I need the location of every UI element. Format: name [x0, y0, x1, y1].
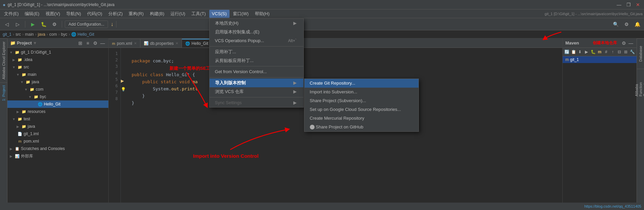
settings-btn[interactable]: ⚙	[622, 20, 631, 29]
restore-btn[interactable]: ❐	[625, 1, 632, 8]
share-github[interactable]: Share Project on GitHub	[304, 123, 419, 131]
separator-1	[210, 46, 303, 47]
vcs-browse-repos[interactable]: 浏览 VCS 仓库 ▶	[210, 87, 303, 96]
maven-run-btn[interactable]: ▶	[584, 49, 589, 55]
run-btn[interactable]: ▶	[28, 20, 37, 29]
maven-collapse-btn[interactable]: ⊟	[616, 49, 622, 55]
tree-pom[interactable]: m pom.xml	[7, 138, 108, 145]
hello-tab-label: Hello_Git	[192, 41, 208, 46]
menu-window[interactable]: 窗口(W)	[230, 10, 251, 18]
tree-com[interactable]: ▼ 📁 com	[7, 86, 108, 93]
tab-pom[interactable]: m pom.xml ✕	[109, 39, 140, 48]
expand-main: ▼	[16, 73, 20, 77]
tree-resources[interactable]: ▶ 📁 resources	[7, 108, 108, 115]
tree-src[interactable]: ▼ 📁 src	[7, 63, 108, 71]
search-btn[interactable]: 🔍	[611, 20, 620, 29]
breadcrumb-com[interactable]: com	[49, 32, 57, 37]
import-subversion[interactable]: Import into Subversion...	[304, 88, 419, 96]
tree-java[interactable]: ▼ 📁 java	[7, 78, 108, 86]
menu-analyze[interactable]: 分析(Z)	[106, 10, 126, 18]
breadcrumb-src[interactable]: src	[16, 32, 21, 37]
create-mercurial[interactable]: Create Mercurial Repository	[304, 114, 419, 123]
title-bar-controls[interactable]: — ❐ ✕	[616, 1, 641, 8]
maven-download-btn[interactable]: ⬇	[577, 49, 583, 55]
tree-main[interactable]: ▼ 📁 main	[7, 71, 108, 78]
vcs-enable-integration[interactable]: 启用版本控制集成...(E)	[210, 28, 303, 36]
db-tab-close[interactable]: ✕	[176, 41, 178, 45]
scratches-label: Scratches and Consoles	[21, 146, 65, 151]
side-tab-bar: Database Alibaba Function Compute	[637, 38, 644, 210]
gear-icon[interactable]: ⚙	[92, 40, 98, 46]
test-java-icon: 📁	[21, 124, 27, 129]
vcs-operations-popup[interactable]: VCS Operations Popup... Alt+`	[210, 36, 303, 45]
menu-help[interactable]: 帮助(H)	[252, 10, 272, 18]
maven-git1-item[interactable]: m git_1	[563, 56, 637, 63]
maven-wrench-btn[interactable]: 🔧	[629, 49, 635, 55]
collapse-btn[interactable]: ≡	[85, 40, 91, 46]
add-configuration-btn[interactable]: Add Configuration...	[65, 21, 108, 28]
vcs-import-vc[interactable]: 导入到版本控制 ▶ Create Git Repository... Impor…	[210, 79, 303, 87]
tree-idea[interactable]: ▶ 📁 .idea	[7, 56, 108, 63]
tree-hello-git[interactable]: 🌐 Hello_Git	[7, 100, 108, 108]
maven-upload-btn[interactable]: ↑	[610, 49, 616, 55]
menu-vcs[interactable]: VCS(S) 本地历史(H) ▶ 启用版本控制集成...(E) VCS Oper…	[209, 10, 230, 18]
tab-db[interactable]: 📊 db.properties ✕	[140, 39, 182, 48]
setup-google-cloud[interactable]: Set up on Google Cloud Source Repositori…	[304, 105, 419, 114]
pom-tab-label: pom.xml	[117, 41, 132, 46]
maven-settings-icon[interactable]: ⚙	[621, 40, 627, 46]
vcs-local-history[interactable]: 本地历史(H) ▶	[210, 19, 303, 28]
back-btn[interactable]: ◁	[2, 20, 11, 29]
forward-btn[interactable]: ▷	[13, 20, 22, 29]
maven-close-icon[interactable]: —	[628, 40, 634, 46]
notification-btn[interactable]: 🔔	[633, 20, 642, 29]
scratches-icon: 📋	[15, 146, 20, 151]
tree-git-iml[interactable]: 📄 git_1.iml	[7, 130, 108, 138]
menu-view[interactable]: 视图(V)	[43, 10, 63, 18]
menu-edit[interactable]: 编辑(E)	[22, 10, 42, 18]
debug-btn[interactable]: 🐛	[39, 20, 48, 29]
menu-code[interactable]: 代码(O)	[84, 10, 105, 18]
tree-test-java[interactable]: ▶ 📁 java	[7, 123, 108, 130]
breadcrumb-root[interactable]: git_1	[3, 32, 11, 37]
pom-tab-close[interactable]: ✕	[134, 41, 137, 45]
breadcrumb-hello-git[interactable]: 🌐 Hello_Git	[71, 32, 94, 37]
tree-root[interactable]: ▼ 📁 git_1 D:\Git\git_1	[7, 49, 108, 56]
status-url[interactable]: https://blog.csdn.net/qq_43511405	[584, 204, 641, 208]
maven-m-btn[interactable]: m	[597, 49, 602, 55]
maven-hash-btn[interactable]: #	[603, 49, 609, 55]
tree-scratches[interactable]: ▶ 📋 Scratches and Consoles	[7, 145, 108, 152]
maven-refresh-btn[interactable]: 🔄	[564, 49, 570, 55]
breadcrumb-java[interactable]: java	[38, 32, 45, 37]
tab-database[interactable]: Database	[637, 38, 644, 69]
menu-navigate[interactable]: 导航(N)	[63, 10, 84, 18]
maven-debug-btn[interactable]: 🐛	[590, 49, 596, 55]
create-git-repo[interactable]: Create Git Repository...	[304, 79, 419, 88]
db-tab-icon: 📊	[144, 41, 149, 46]
maven-expand-btn[interactable]: ⊞	[623, 49, 628, 55]
close-btn[interactable]: ✕	[635, 1, 641, 8]
sidebar-header: 📁 Project ▾ ⊞ ≡ ⚙ —	[7, 38, 108, 48]
menu-build[interactable]: 构建(B)	[147, 10, 167, 18]
share-project-subversion[interactable]: Share Project (Subversion)...	[304, 96, 419, 105]
minimize-icon[interactable]: —	[100, 40, 106, 46]
minimize-btn[interactable]: —	[616, 1, 622, 8]
breadcrumb-main[interactable]: main	[25, 32, 34, 37]
tab-project[interactable]: 1: Project	[0, 82, 7, 103]
tree-test[interactable]: ▼ 📁 test	[7, 115, 108, 123]
sync-scroll-btn[interactable]: ⊞	[77, 40, 83, 46]
menu-refactor[interactable]: 重构(R)	[126, 10, 146, 18]
menu-run[interactable]: 运行(U)	[168, 10, 188, 18]
maven-add-btn[interactable]: 📋	[570, 49, 576, 55]
menu-tools[interactable]: 工具(T)	[189, 10, 209, 18]
tree-byc[interactable]: ▼ 📁 byc	[7, 93, 108, 100]
coverage-btn[interactable]: ⚙	[50, 20, 59, 29]
vcs-apply-clipboard-patch[interactable]: 从剪贴板应用补丁...	[210, 56, 303, 65]
breadcrumb-byc[interactable]: byc	[61, 32, 68, 37]
tab-alibaba-cloud[interactable]: Alibaba Cloud Explorer	[0, 38, 7, 82]
menu-file[interactable]: 文件(E)	[1, 10, 21, 18]
tree-external-libs[interactable]: ▶ 📊 外部库	[7, 152, 108, 160]
tab-alibaba-function[interactable]: Alibaba Function Compute	[637, 69, 644, 99]
vcs-get-from-vc[interactable]: Get from Version Control...	[210, 67, 303, 76]
vcs-apply-patch[interactable]: 应用补丁...	[210, 48, 303, 56]
import-arrow: ▶	[293, 80, 297, 85]
